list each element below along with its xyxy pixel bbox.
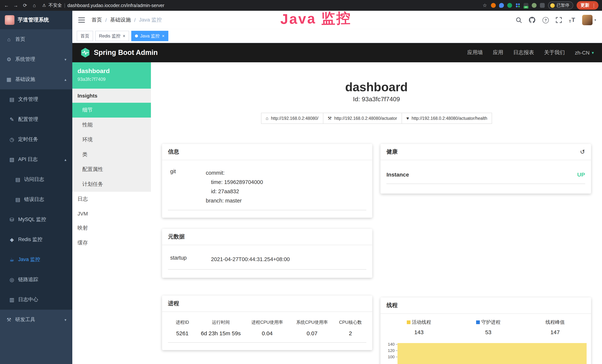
- breadcrumb-separator: /: [105, 17, 107, 23]
- instance-health-link[interactable]: ♥ http://192.168.0.2:48080/actuator/heal…: [402, 113, 492, 124]
- metadata-card: 元数据 startup 2021-04-27T00:44:31.254+08:0…: [162, 229, 373, 278]
- help-icon[interactable]: ?: [542, 17, 549, 23]
- breadcrumb-infrastructure[interactable]: 基础设施: [110, 17, 131, 23]
- sidebar-item-label: 链路追踪: [18, 276, 38, 283]
- sidebar-item-label: 日志中心: [18, 296, 38, 303]
- font-size-icon[interactable]: TT: [569, 17, 575, 23]
- nav-about[interactable]: 关于我们: [544, 49, 565, 56]
- security-label: 不安全: [49, 2, 62, 9]
- ytick-label: 100: [388, 354, 395, 359]
- sba-sidebar: dashboard 93a3fc7f7409 Insights 细节 性能 环境…: [72, 62, 151, 364]
- forward-button[interactable]: →: [13, 3, 19, 8]
- nav-applications[interactable]: 应用: [493, 49, 503, 56]
- chevron-down-icon: ▾: [594, 18, 596, 22]
- app-logo[interactable]: 芋道管理系统: [0, 11, 72, 29]
- back-button[interactable]: ←: [4, 3, 9, 8]
- hamburger-menu-icon[interactable]: [78, 16, 86, 24]
- ytick-label: 120: [388, 348, 395, 353]
- sba-nav: 应用墙 应用 日志报表 关于我们 zh-CN ▾: [467, 49, 594, 56]
- close-icon[interactable]: ×: [162, 34, 164, 38]
- sba-item-scheduled-tasks[interactable]: 计划任务: [72, 177, 151, 192]
- sidebar-item-config-management[interactable]: ✎ 配置管理: [0, 109, 72, 129]
- sidebar-item-error-logs[interactable]: ▤ 错误日志: [0, 190, 72, 210]
- sba-brand[interactable]: Spring Boot Admin: [80, 47, 158, 58]
- extension-icon-2[interactable]: [499, 3, 504, 8]
- health-instance-row[interactable]: Instance UP: [387, 165, 585, 184]
- sba-item-jvm[interactable]: JVM: [72, 207, 151, 221]
- extension-icon-6[interactable]: [532, 3, 537, 8]
- sidebar-item-log-center[interactable]: ▥ 日志中心: [0, 290, 72, 310]
- nav-journal[interactable]: 日志报表: [513, 49, 534, 56]
- sba-item-details[interactable]: 细节: [72, 103, 151, 118]
- smiley-icon: [550, 3, 555, 8]
- sba-item-classes[interactable]: 类: [72, 147, 151, 162]
- extension-icon-5[interactable]: on: [524, 3, 528, 8]
- home-button[interactable]: ⌂: [32, 3, 37, 8]
- sidebar-item-infrastructure[interactable]: ▦ 基础设施 ▴: [0, 69, 72, 89]
- search-icon[interactable]: [516, 17, 522, 23]
- sba-item-performance[interactable]: 性能: [72, 118, 151, 132]
- edit-icon: ✎: [9, 117, 15, 122]
- bookmark-star-icon[interactable]: ☆: [482, 3, 488, 8]
- sba-app-header[interactable]: dashboard 93a3fc7f7409: [72, 62, 151, 89]
- info-card: 信息 git commit: time: 1596289704000 id: 2…: [162, 144, 373, 218]
- sba-app-id: 93a3fc7f7409: [77, 77, 146, 82]
- insights-group: Insights 细节 性能 环境 类 配置属性 计划任务: [72, 89, 151, 192]
- sba-item-caches[interactable]: 缓存: [72, 236, 151, 250]
- tab-java-monitor[interactable]: Java 监控 ×: [131, 31, 168, 41]
- link-url: http://192.168.0.2:48080/actuator/health: [412, 116, 487, 120]
- github-icon[interactable]: [529, 17, 536, 23]
- tab-redis-monitor[interactable]: Redis 监控 ×: [95, 31, 129, 41]
- metadata-startup-row: startup 2021-04-27T00:44:31.254+08:00: [168, 249, 366, 270]
- sidebar-item-redis-monitor[interactable]: ◆ Redis 监控: [0, 230, 72, 250]
- extension-icon-3[interactable]: [507, 3, 512, 8]
- sidebar-item-tracing[interactable]: ◎ 链路追踪: [0, 270, 72, 290]
- browser-menu-icon[interactable]: ⋮: [592, 3, 596, 8]
- sidebar-item-system-management[interactable]: ⚙ 系统管理 ▾: [0, 49, 72, 69]
- locale-select[interactable]: zh-CN ▾: [575, 50, 594, 56]
- breadcrumb-home[interactable]: 首页: [92, 17, 102, 23]
- nav-wallboard[interactable]: 应用墙: [467, 49, 483, 56]
- address-bar[interactable]: ⚠ 不安全 dashboard.yudao.iocoder.cn/infra/a…: [42, 2, 164, 9]
- sidebar-item-dev-tools[interactable]: ⚒ 研发工具 ▾: [0, 310, 72, 330]
- sba-item-mappings[interactable]: 映射: [72, 221, 151, 236]
- user-menu[interactable]: ▾: [582, 15, 596, 25]
- redis-icon: ◆: [9, 237, 15, 243]
- extensions-puzzle-icon[interactable]: [540, 3, 545, 8]
- sidebar-item-label: 研发工具: [15, 316, 35, 323]
- extension-icon-1[interactable]: [491, 3, 496, 8]
- app-sidebar: 芋道管理系统 ⌂ 首页 ⚙ 系统管理 ▾ ▦ 基础设施 ▴ ▤: [0, 11, 72, 364]
- breadcrumb-current: Java 监控: [139, 17, 162, 23]
- link-url: http://192.168.0.2:48080/: [271, 116, 319, 120]
- paused-extension-badge[interactable]: 已暂停: [548, 1, 573, 9]
- legend-live-threads: 活动线程 143: [407, 319, 431, 335]
- health-card: 健康 ↺ Instance UP: [381, 144, 591, 193]
- sba-item-logs[interactable]: 日志: [72, 192, 151, 207]
- fullscreen-icon[interactable]: [556, 17, 562, 23]
- reload-button[interactable]: ⟳: [22, 3, 28, 8]
- sidebar-item-api-logs[interactable]: ▧ API 日志 ▴: [0, 150, 72, 170]
- chevron-down-icon: ▾: [64, 57, 66, 61]
- sidebar-item-java-monitor[interactable]: ☕ Java 监控: [0, 250, 72, 270]
- sidebar-item-access-logs[interactable]: ▤ 访问日志: [0, 170, 72, 190]
- sidebar-item-file-management[interactable]: ▤ 文件管理: [0, 89, 72, 109]
- tab-label: Redis 监控: [99, 33, 120, 39]
- browser-update-button[interactable]: 更新 ⋮: [576, 1, 598, 10]
- sba-item-environment[interactable]: 环境: [72, 132, 151, 147]
- tab-home[interactable]: 首页: [77, 31, 93, 41]
- sidebar-item-home[interactable]: ⌂ 首页: [0, 29, 72, 49]
- sidebar-item-mysql-monitor[interactable]: ⛁ MySQL 监控: [0, 210, 72, 230]
- url-text[interactable]: dashboard.yudao.iocoder.cn/infra/admin-s…: [67, 3, 164, 8]
- sba-item-config-props[interactable]: 配置属性: [72, 162, 151, 177]
- extension-icon-4[interactable]: [516, 3, 520, 8]
- git-id-line: id: 27aa832: [206, 187, 263, 196]
- metadata-row-label: startup: [168, 255, 211, 264]
- avatar[interactable]: [582, 15, 592, 25]
- close-icon[interactable]: ×: [123, 34, 125, 38]
- chevron-up-icon: ▴: [64, 77, 66, 81]
- instance-home-link[interactable]: ⌂ http://192.168.0.2:48080/: [261, 113, 323, 124]
- instance-actuator-link[interactable]: ⚒ http://192.168.0.2:48080/actuator: [323, 113, 402, 124]
- security-warning-icon[interactable]: ⚠: [42, 3, 46, 8]
- sidebar-item-scheduled-jobs[interactable]: ◷ 定时任务: [0, 129, 72, 150]
- history-icon[interactable]: ↺: [580, 148, 585, 155]
